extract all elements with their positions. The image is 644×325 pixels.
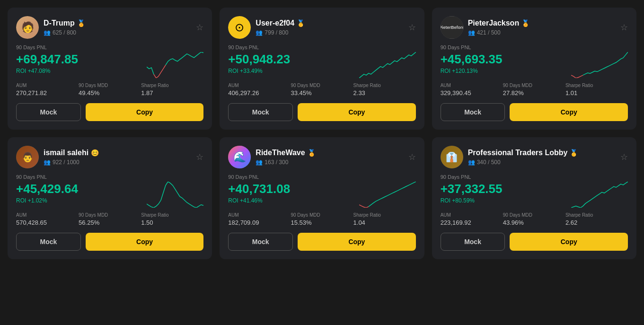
- trader-card-pro-traders-lobby: 👔 Professional Traders Lobby 🥇 👥 340 / 5…: [432, 137, 636, 259]
- badge-icon: 🏅: [521, 19, 529, 27]
- pnl-section: 90 Days PNL +45,429.64 ROI +1.02%: [16, 174, 203, 208]
- roi-value: ROI +47.08%: [16, 68, 78, 74]
- roi-value: ROI +120.13%: [441, 68, 503, 74]
- followers-count: 👥 340 / 500: [468, 159, 578, 166]
- pnl-chart: [147, 52, 203, 78]
- card-header: 🌊 RideTheWave 🏅 👥 163 / 300 ☆: [228, 146, 415, 168]
- avatar: 👔: [441, 146, 463, 168]
- stat-sharpe: Sharpe Ratio 1.01: [565, 83, 628, 97]
- copy-button[interactable]: Copy: [510, 233, 628, 251]
- badge-icon: 🏅: [308, 149, 316, 157]
- mock-button[interactable]: Mock: [228, 233, 293, 251]
- badge-icon: 🏅: [77, 19, 85, 27]
- copy-button[interactable]: Copy: [510, 103, 628, 121]
- followers-count: 👥 163 / 300: [256, 159, 315, 166]
- trader-name: Professional Traders Lobby 🥇: [468, 149, 578, 157]
- favorite-icon[interactable]: ☆: [408, 152, 416, 162]
- stats-row: AUM 329,390.45 90 Days MDD 27.82% Sharpe…: [441, 83, 628, 97]
- pnl-section: 90 Days PNL +50,948.23 ROI +33.49%: [228, 44, 415, 78]
- pnl-value: +45,429.64: [16, 182, 78, 196]
- stat-sharpe: Sharpe Ratio 2.62: [565, 212, 628, 226]
- avatar: 🌊: [228, 146, 251, 168]
- roi-value: ROI +41.46%: [228, 197, 290, 204]
- action-buttons: Mock Copy: [16, 233, 203, 251]
- stat-sharpe: Sharpe Ratio 1.04: [353, 212, 416, 226]
- stat-aum: AUM 270,271.82: [16, 83, 79, 97]
- card-header: 👔 Professional Traders Lobby 🥇 👥 340 / 5…: [441, 146, 628, 168]
- trader-card-pieterjackson: PieterBefore PieterJackson 🏅 👥 421 / 500…: [432, 8, 636, 130]
- followers-icon: 👥: [468, 159, 475, 166]
- pnl-label: 90 Days PNL: [441, 44, 628, 50]
- action-buttons: Mock Copy: [16, 103, 203, 121]
- trader-card-user-e2f04: ⊙ User-e2f04 🥇 👥 799 / 800 ☆ 90 Days PNL: [220, 8, 424, 130]
- card-header: PieterBefore PieterJackson 🏅 👥 421 / 500…: [441, 16, 628, 39]
- pnl-chart: [571, 182, 628, 208]
- pnl-chart: [571, 52, 628, 78]
- trader-name: PieterJackson 🏅: [468, 19, 530, 27]
- followers-icon: 👥: [256, 159, 263, 166]
- trader-card-ismail-salehi: 👨 ismail salehi 😊 👥 922 / 1000 ☆ 90 Days…: [8, 137, 212, 259]
- followers-count: 👥 625 / 800: [44, 29, 85, 36]
- badge-icon: 🥇: [570, 149, 578, 157]
- mock-button[interactable]: Mock: [441, 233, 505, 251]
- stat-aum: AUM 223,169.92: [441, 212, 503, 226]
- stat-mdd: 90 Days MDD 49.45%: [79, 83, 141, 97]
- copy-button[interactable]: Copy: [86, 233, 204, 251]
- stats-row: AUM 270,271.82 90 Days MDD 49.45% Sharpe…: [16, 83, 203, 97]
- action-buttons: Mock Copy: [441, 233, 628, 251]
- pnl-label: 90 Days PNL: [228, 174, 415, 180]
- roi-value: ROI +80.59%: [441, 197, 503, 204]
- followers-count: 👥 421 / 500: [468, 29, 530, 36]
- badge-icon: 😊: [91, 149, 99, 157]
- stats-row: AUM 182,709.09 90 Days MDD 15.53% Sharpe…: [228, 212, 415, 226]
- favorite-icon[interactable]: ☆: [196, 152, 203, 162]
- mock-button[interactable]: Mock: [16, 233, 81, 251]
- trader-card-dtrump: 🧑 D-Trump 🏅 👥 625 / 800 ☆ 90 Days PNL: [8, 8, 212, 130]
- mock-button[interactable]: Mock: [228, 103, 293, 121]
- favorite-icon[interactable]: ☆: [620, 152, 628, 162]
- copy-button[interactable]: Copy: [298, 103, 416, 121]
- followers-icon: 👥: [468, 29, 475, 36]
- stats-row: AUM 223,169.92 90 Days MDD 43.96% Sharpe…: [441, 212, 628, 226]
- stats-row: AUM 406,297.26 90 Days MDD 33.45% Sharpe…: [228, 83, 415, 97]
- copy-button[interactable]: Copy: [86, 103, 204, 121]
- action-buttons: Mock Copy: [441, 103, 628, 121]
- trader-card-ridethewave: 🌊 RideTheWave 🏅 👥 163 / 300 ☆ 90 Days PN…: [220, 137, 424, 259]
- stat-mdd: 90 Days MDD 33.45%: [291, 83, 353, 97]
- copy-button[interactable]: Copy: [298, 233, 416, 251]
- trader-grid: 🧑 D-Trump 🏅 👥 625 / 800 ☆ 90 Days PNL: [8, 8, 636, 259]
- pnl-section: 90 Days PNL +37,332.55 ROI +80.59%: [441, 174, 628, 208]
- pnl-label: 90 Days PNL: [16, 44, 203, 50]
- pnl-value: +45,693.35: [441, 52, 503, 67]
- pnl-chart: [147, 182, 203, 208]
- stat-aum: AUM 329,390.45: [441, 83, 503, 97]
- favorite-icon[interactable]: ☆: [196, 22, 203, 33]
- favorite-icon[interactable]: ☆: [408, 22, 416, 33]
- stat-aum: AUM 570,428.65: [16, 212, 79, 226]
- stat-mdd: 90 Days MDD 43.96%: [503, 212, 565, 226]
- avatar: ⊙: [228, 16, 251, 39]
- favorite-icon[interactable]: ☆: [620, 22, 628, 33]
- pnl-chart: [359, 52, 416, 78]
- pnl-section: 90 Days PNL +45,693.35 ROI +120.13%: [441, 44, 628, 78]
- trader-name: ismail salehi 😊: [44, 149, 99, 157]
- pnl-label: 90 Days PNL: [228, 44, 415, 50]
- roi-value: ROI +33.49%: [228, 68, 290, 74]
- action-buttons: Mock Copy: [228, 233, 415, 251]
- roi-value: ROI +1.02%: [16, 197, 78, 204]
- stat-sharpe: Sharpe Ratio 1.50: [141, 212, 203, 226]
- pnl-value: +69,847.85: [16, 52, 78, 67]
- followers-icon: 👥: [44, 159, 51, 166]
- pnl-value: +40,731.08: [228, 182, 290, 196]
- trader-name: RideTheWave 🏅: [256, 149, 315, 157]
- pnl-value: +50,948.23: [228, 52, 290, 67]
- avatar: 🧑: [16, 16, 39, 39]
- pnl-section: 90 Days PNL +40,731.08 ROI +41.46%: [228, 174, 415, 208]
- badge-icon: 🥇: [297, 19, 305, 27]
- pnl-value: +37,332.55: [441, 182, 503, 196]
- pnl-label: 90 Days PNL: [16, 174, 203, 180]
- mock-button[interactable]: Mock: [16, 103, 81, 121]
- followers-icon: 👥: [44, 29, 51, 36]
- card-header: ⊙ User-e2f04 🥇 👥 799 / 800 ☆: [228, 16, 415, 39]
- mock-button[interactable]: Mock: [441, 103, 505, 121]
